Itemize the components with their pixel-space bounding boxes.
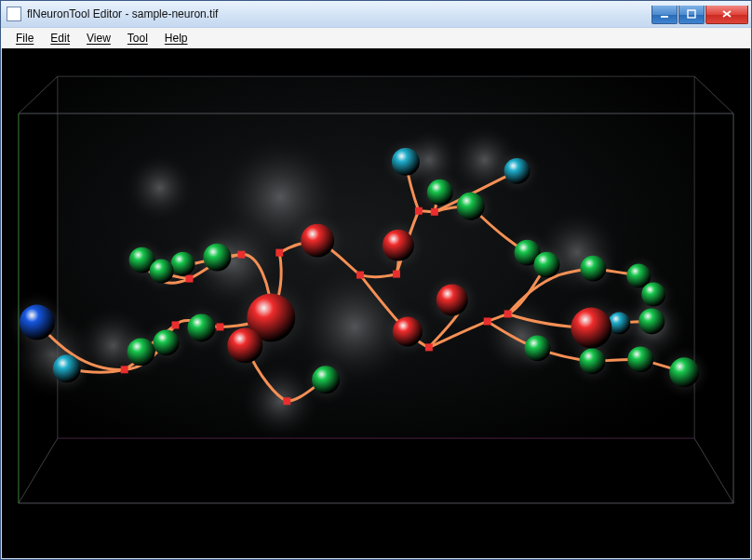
svg-rect-1	[688, 10, 695, 18]
neuron-node[interactable]	[427, 180, 453, 206]
menu-file[interactable]: File	[10, 30, 39, 47]
neuron-node[interactable]	[393, 316, 423, 346]
maximize-icon	[686, 8, 697, 20]
neuron-node[interactable]	[504, 158, 530, 184]
branch-knot[interactable]	[216, 323, 223, 330]
branch-knot[interactable]	[172, 321, 180, 328]
branch-knot[interactable]	[237, 251, 245, 259]
neuron-node[interactable]	[579, 348, 605, 374]
minimize-icon	[659, 8, 670, 20]
menu-view[interactable]: View	[81, 30, 116, 47]
neuron-node[interactable]	[312, 366, 340, 393]
branch-knot[interactable]	[393, 271, 400, 278]
app-icon	[7, 7, 21, 21]
neuron-node[interactable]	[436, 285, 468, 316]
neuron-node[interactable]	[150, 260, 174, 284]
branch-knot[interactable]	[425, 343, 433, 351]
neuron-node[interactable]	[301, 224, 334, 258]
branch-knot[interactable]	[275, 249, 283, 257]
branch-knot[interactable]	[484, 317, 491, 325]
neuron-node[interactable]	[627, 346, 653, 372]
neuron-node[interactable]	[392, 148, 420, 176]
neuron-node[interactable]	[641, 283, 665, 307]
neuron-node[interactable]	[580, 256, 606, 282]
titlebar[interactable]: flNeuronTool Editor - sample-neuron.tif	[1, 1, 751, 28]
branch-knot[interactable]	[283, 397, 290, 405]
branch-knot[interactable]	[121, 366, 128, 373]
menu-edit[interactable]: Edit	[45, 30, 75, 47]
neuron-node[interactable]	[128, 338, 155, 366]
neuron-node[interactable]	[571, 307, 611, 348]
neuron-node[interactable]	[171, 252, 195, 276]
neuron-node[interactable]	[154, 329, 180, 355]
neuron-node[interactable]	[638, 308, 665, 334]
neuron-node[interactable]	[525, 335, 551, 361]
branch-knot[interactable]	[431, 208, 438, 216]
close-button[interactable]	[705, 6, 748, 24]
svg-point-9	[123, 151, 197, 225]
neuron-node[interactable]	[203, 244, 231, 272]
neuron-node[interactable]	[534, 252, 560, 278]
viewport-3d[interactable]	[2, 48, 750, 558]
branch-knot[interactable]	[356, 272, 364, 279]
menu-tool[interactable]: Tool	[122, 30, 154, 47]
menu-help[interactable]: Help	[159, 30, 194, 47]
branch-knot[interactable]	[415, 207, 423, 215]
neuron-scene	[2, 48, 750, 558]
branch-knot[interactable]	[186, 275, 194, 283]
menu-bar: File Edit View Tool Help	[1, 28, 751, 49]
neuron-node[interactable]	[669, 357, 699, 387]
close-icon	[720, 8, 733, 20]
neuron-node[interactable]	[53, 354, 81, 382]
neuron-node[interactable]	[457, 193, 485, 220]
neuron-node[interactable]	[188, 313, 216, 341]
neuron-node[interactable]	[227, 327, 262, 363]
window-title: flNeuronTool Editor - sample-neuron.tif	[27, 1, 651, 27]
application-window: flNeuronTool Editor - sample-neuron.tif …	[0, 0, 752, 560]
maximize-button[interactable]	[678, 6, 705, 24]
neuron-node[interactable]	[383, 230, 414, 261]
branch-knot[interactable]	[504, 310, 512, 317]
minimize-button[interactable]	[651, 6, 678, 24]
window-controls	[651, 6, 751, 24]
neuron-node[interactable]	[20, 304, 55, 340]
